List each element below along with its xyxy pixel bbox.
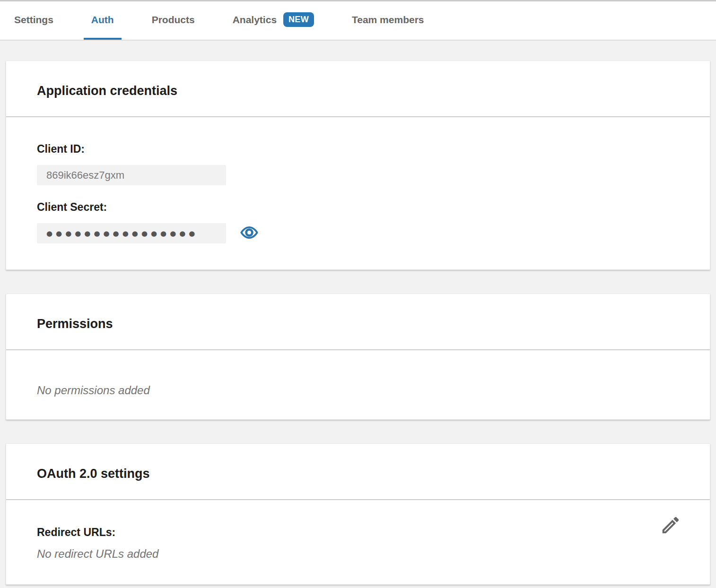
tab-auth[interactable]: Auth [84, 1, 122, 40]
tab-settings-label: Settings [14, 14, 53, 26]
tab-products-label: Products [152, 14, 195, 26]
oauth-settings-header: OAuth 2.0 settings [6, 444, 710, 499]
tab-bar: Settings Auth Products Analytics NEW Tea… [0, 0, 716, 41]
eye-icon [240, 225, 258, 241]
application-credentials-body: Client ID: 869ik66esz7gxm Client Secret:… [6, 117, 710, 269]
oauth-settings-title: OAuth 2.0 settings [37, 466, 679, 482]
tab-settings[interactable]: Settings [7, 1, 61, 40]
tab-team-members[interactable]: Team members [344, 1, 432, 40]
tab-auth-label: Auth [91, 14, 114, 26]
no-permissions-text: No permissions added [37, 384, 679, 397]
pencil-icon [660, 530, 681, 537]
application-credentials-card: Application credentials Client ID: 869ik… [6, 61, 710, 270]
permissions-header: Permissions [6, 294, 710, 349]
toggle-secret-visibility-button[interactable] [240, 225, 258, 241]
no-redirect-urls-text: No redirect URLs added [37, 547, 679, 561]
new-badge: NEW [283, 12, 314, 27]
client-secret-value: ●●●●●●●●●●●●●●●● [37, 223, 226, 243]
permissions-body: No permissions added [6, 350, 710, 419]
permissions-card: Permissions No permissions added [6, 294, 710, 420]
client-id-value: 869ik66esz7gxm [37, 165, 226, 185]
tab-analytics[interactable]: Analytics NEW [225, 1, 322, 40]
tab-products[interactable]: Products [144, 1, 202, 40]
client-secret-row: ●●●●●●●●●●●●●●●● [37, 223, 679, 243]
client-secret-label: Client Secret: [37, 201, 679, 214]
oauth-settings-card: OAuth 2.0 settings Redirect URLs: No red… [6, 443, 710, 585]
tab-analytics-label: Analytics [233, 14, 277, 26]
client-id-label: Client ID: [37, 143, 679, 156]
application-credentials-title: Application credentials [37, 83, 679, 99]
edit-redirect-urls-button[interactable] [660, 514, 681, 537]
application-credentials-header: Application credentials [6, 61, 710, 116]
redirect-urls-label: Redirect URLs: [37, 526, 679, 539]
permissions-title: Permissions [37, 316, 679, 332]
oauth-settings-body: Redirect URLs: No redirect URLs added [6, 500, 710, 584]
tab-team-members-label: Team members [352, 14, 424, 26]
